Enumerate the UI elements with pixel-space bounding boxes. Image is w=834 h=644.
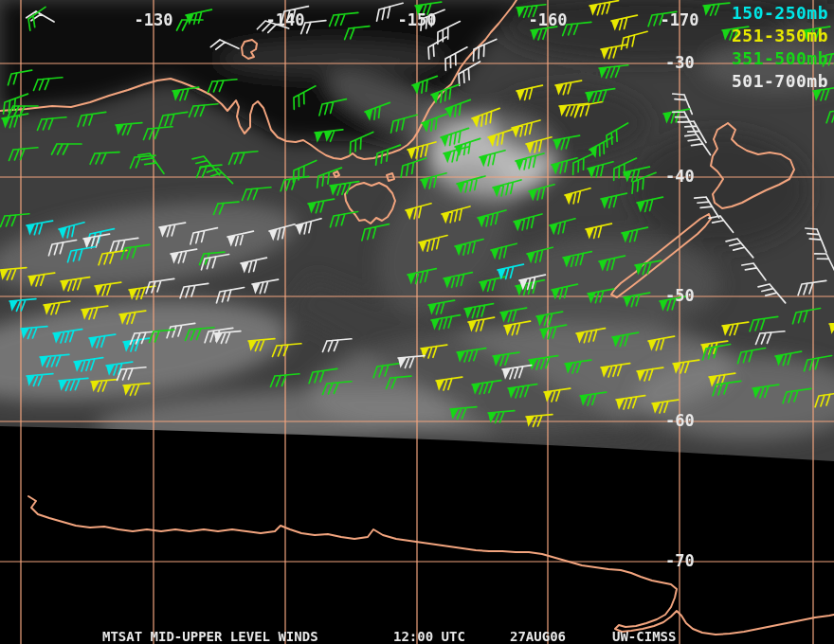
caption-product-title: MTSAT MID-UPPER LEVEL WINDS [102, 629, 318, 644]
latitude-label: -30 [665, 53, 695, 72]
longitude-label: -130 [135, 10, 173, 29]
latitude-label: -50 [665, 286, 695, 305]
legend-item-501-700mb: 501-700mb [732, 70, 828, 93]
longitude-label: -170 [661, 10, 699, 29]
satellite-wind-map: -130-140-150-160-170-30-40-50-60-70 150-… [0, 0, 834, 644]
map-canvas: -130-140-150-160-170-30-40-50-60-70 [0, 0, 834, 644]
caption-bar: MTSAT MID-UPPER LEVEL WINDS 12:00 UTC 27… [0, 629, 834, 644]
longitude-label: -140 [266, 10, 305, 29]
longitude-label: -160 [529, 10, 568, 29]
legend-item-351-500mb: 351-500mb [732, 47, 828, 70]
legend-item-150-250mb: 150-250mb [732, 2, 828, 25]
caption-source: UW-CIMSS [612, 629, 676, 644]
latitude-label: -40 [665, 167, 695, 186]
latitude-label: -70 [665, 551, 695, 570]
longitude-label: -150 [398, 10, 437, 29]
caption-time: 12:00 UTC [393, 629, 465, 644]
caption-date: 27AUG06 [510, 629, 566, 644]
latitude-label: -60 [665, 411, 695, 430]
pressure-level-legend: 150-250mb 251-350mb 351-500mb 501-700mb [732, 2, 828, 93]
legend-item-251-350mb: 251-350mb [732, 25, 828, 47]
